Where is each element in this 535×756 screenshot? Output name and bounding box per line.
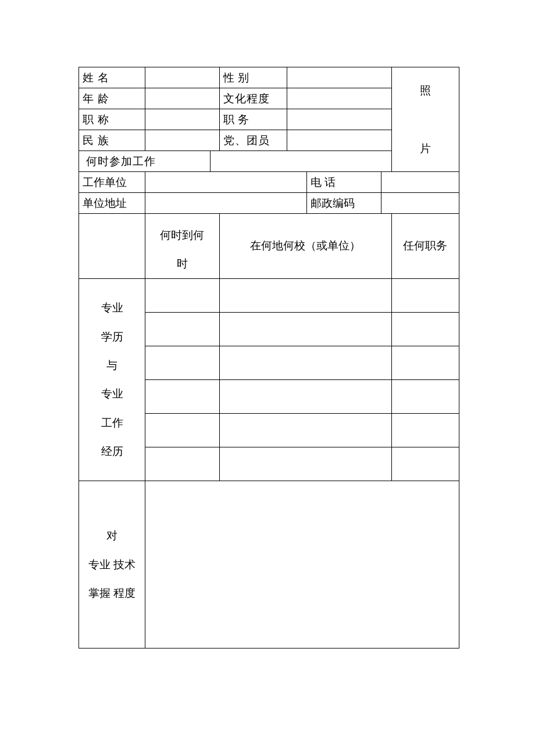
history-r5-position <box>391 413 459 447</box>
label-postcode: 邮政编码 <box>307 193 381 214</box>
history-r6-where <box>219 447 391 481</box>
value-title <box>145 109 219 130</box>
value-party <box>287 130 391 151</box>
history-h4: 专业 <box>79 379 145 408</box>
value-position <box>287 109 391 130</box>
history-r3-where <box>219 346 391 379</box>
history-r1-position <box>391 278 459 312</box>
header-period-line2: 时 <box>145 249 219 278</box>
mastery-value <box>145 481 459 648</box>
label-party: 党、团员 <box>219 130 287 151</box>
history-r2-where <box>219 312 391 346</box>
photo-char-2: 片 <box>392 134 459 163</box>
value-work-unit <box>145 172 307 193</box>
history-r4-where <box>219 379 391 413</box>
history-r6-position <box>391 447 459 481</box>
history-r6-period <box>145 447 219 481</box>
history-r2-position <box>391 312 459 346</box>
header-period: 何时到何 时 <box>145 214 219 279</box>
header-held-position: 任何职务 <box>391 214 459 279</box>
label-gender: 性 别 <box>219 67 287 88</box>
history-r5-where <box>219 413 391 447</box>
value-phone <box>381 172 459 193</box>
history-r3-period <box>145 346 219 379</box>
history-h3: 与 <box>79 351 145 379</box>
mastery-l3: 掌握 程度 <box>79 579 145 607</box>
history-r4-period <box>145 379 219 413</box>
label-name: 姓 名 <box>79 67 145 88</box>
value-unit-address <box>145 193 307 214</box>
header-where: 在何地何校（或单位） <box>219 214 391 279</box>
value-education <box>287 88 391 109</box>
personnel-form-table: 姓 名 性 别 照 片 年 龄 文化程度 职 称 职 务 民 族 <box>79 67 459 648</box>
history-h6: 经历 <box>79 437 145 465</box>
history-h2: 学历 <box>79 323 145 351</box>
history-r4-position <box>391 379 459 413</box>
label-education: 文化程度 <box>219 88 287 109</box>
history-h5: 工作 <box>79 409 145 437</box>
value-ethnicity <box>145 130 219 151</box>
label-position: 职 务 <box>219 109 287 130</box>
label-work-start: 何时参加工作 <box>79 151 211 172</box>
mastery-l2: 专业 技术 <box>79 550 145 579</box>
label-ethnicity: 民 族 <box>79 130 145 151</box>
history-blank-header <box>79 214 145 279</box>
label-age: 年 龄 <box>79 88 145 109</box>
mastery-l1: 对 <box>79 521 145 550</box>
history-side-label: 专业 学历 与 专业 工作 经历 <box>79 278 145 481</box>
value-postcode <box>381 193 459 214</box>
history-r5-period <box>145 413 219 447</box>
photo-cell: 照 片 <box>391 67 459 172</box>
photo-char-1: 照 <box>392 76 459 105</box>
value-work-start <box>211 151 391 172</box>
history-r3-position <box>391 346 459 379</box>
label-title: 职 称 <box>79 109 145 130</box>
history-h1: 专业 <box>79 293 145 322</box>
value-name <box>145 67 219 88</box>
header-period-line1: 何时到何 <box>145 221 219 249</box>
label-unit-address: 单位地址 <box>79 193 145 214</box>
mastery-label: 对 专业 技术 掌握 程度 <box>79 481 145 648</box>
history-r1-period <box>145 278 219 312</box>
history-r1-where <box>219 278 391 312</box>
history-r2-period <box>145 312 219 346</box>
label-phone: 电 话 <box>307 172 381 193</box>
value-age <box>145 88 219 109</box>
label-work-unit: 工作单位 <box>79 172 145 193</box>
value-gender <box>287 67 391 88</box>
